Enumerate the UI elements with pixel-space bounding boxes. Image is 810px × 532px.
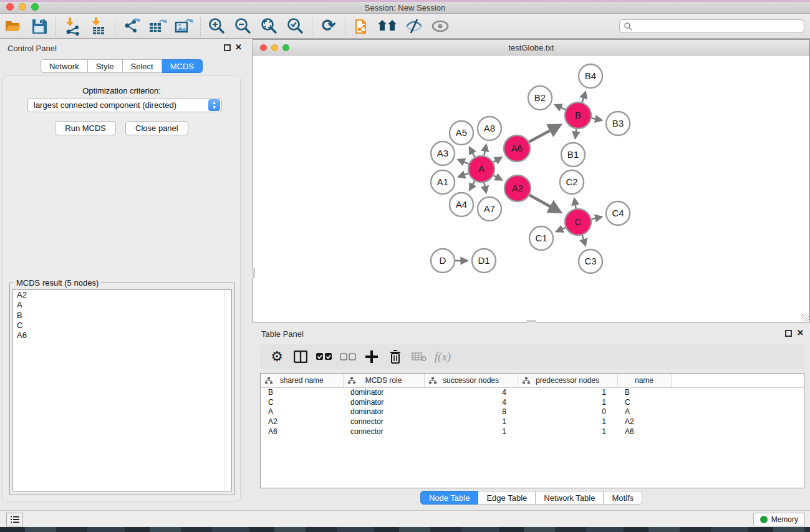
table-cell[interactable]: 1 [424, 427, 518, 437]
table-cell[interactable]: 8 [424, 407, 518, 417]
graph-edge-B-B3[interactable] [592, 118, 602, 120]
table-row[interactable]: A2connector11A2 [261, 417, 804, 427]
zoom-fit-icon[interactable] [259, 16, 280, 37]
save-session-icon[interactable] [29, 16, 50, 37]
graph-edge-A-A8[interactable] [484, 145, 486, 155]
table-row[interactable]: Bdominator41B [261, 387, 804, 397]
table-row[interactable]: Cdominator41C [261, 397, 804, 407]
table-cell[interactable]: A6 [261, 427, 343, 437]
float-panel-icon[interactable] [224, 44, 231, 51]
tab-edge-table[interactable]: Edge Table [478, 491, 536, 505]
close-window-button[interactable] [6, 3, 14, 11]
graph-edge-B-B4[interactable] [582, 92, 586, 102]
column-header-MCDS-role[interactable]: MCDS role [343, 374, 424, 387]
graph-node-B[interactable]: B [565, 102, 591, 128]
export-table-icon[interactable] [147, 16, 168, 37]
graph-edge-B-B1[interactable] [575, 129, 576, 138]
table-cell[interactable]: A [617, 407, 671, 417]
splitter-handle[interactable] [253, 268, 255, 278]
table-cell[interactable]: 4 [424, 387, 518, 397]
mcds-result-list[interactable]: A2ABCA6 [12, 289, 232, 491]
graph-edge-A-A6[interactable] [493, 157, 501, 162]
graph-node-A7[interactable]: A7 [478, 197, 501, 221]
graph-edge-A2-C[interactable] [529, 195, 560, 212]
table-row[interactable]: Adominator80A [261, 407, 804, 417]
network-canvas[interactable]: B4B2BB3A8A5A6A3B1AA1C2A2A4A7C4CC1C3DD1 [253, 56, 809, 322]
column-mode-icon[interactable] [291, 347, 310, 366]
graph-node-C4[interactable]: C4 [606, 201, 630, 225]
tab-style[interactable]: Style [88, 59, 123, 73]
graph-node-D[interactable]: D [431, 249, 455, 273]
table-cell[interactable]: 1 [518, 427, 617, 437]
graph-node-C1[interactable]: C1 [529, 226, 553, 250]
table-row[interactable]: A6connector11A6 [261, 427, 804, 437]
graph-edge-A-A4[interactable] [470, 181, 475, 190]
table-cell[interactable]: C [617, 397, 671, 407]
table-cell[interactable]: A2 [261, 417, 343, 427]
table-cell[interactable]: connector [343, 427, 424, 437]
graph-node-B4[interactable]: B4 [579, 64, 602, 88]
tab-motifs[interactable]: Motifs [604, 491, 642, 505]
tab-network-table[interactable]: Network Table [536, 491, 604, 505]
table-cell[interactable]: A2 [617, 417, 671, 427]
result-list-item[interactable]: B [13, 311, 231, 321]
select-all-icon[interactable] [315, 347, 334, 366]
column-header-name[interactable]: name [617, 374, 671, 387]
tab-select[interactable]: Select [123, 59, 162, 73]
table-cell[interactable]: 1 [424, 417, 518, 427]
graph-node-A5[interactable]: A5 [450, 121, 473, 145]
import-table-icon[interactable] [88, 16, 109, 37]
gear-icon[interactable]: ⚙ [268, 347, 286, 366]
float-panel-icon[interactable] [785, 330, 792, 337]
tab-node-table[interactable]: Node Table [420, 491, 479, 505]
result-list-item[interactable]: A6 [13, 331, 231, 341]
import-network-icon[interactable] [62, 16, 83, 37]
graph-node-C3[interactable]: C3 [579, 249, 602, 273]
hide-selected-icon[interactable] [403, 16, 425, 37]
table-cell[interactable]: B [617, 387, 671, 397]
node-table[interactable]: shared nameMCDS rolesuccessor nodesprede… [260, 373, 804, 488]
table-cell[interactable]: A [261, 407, 343, 417]
graph-edge-C-C1[interactable] [556, 228, 565, 231]
graph-edge-A-A5[interactable] [470, 147, 475, 157]
close-panel-icon[interactable]: ✕ [235, 42, 242, 52]
graph-node-A6[interactable]: A6 [504, 135, 530, 162]
graph-edge-C-C2[interactable] [574, 198, 576, 208]
resize-grip[interactable] [801, 314, 809, 321]
close-panel-button[interactable]: Close panel [125, 121, 188, 135]
graph-edge-A-A1[interactable] [458, 173, 468, 177]
column-header-successor-nodes[interactable]: successor nodes [424, 374, 518, 387]
column-header-shared-name[interactable]: shared name [261, 374, 343, 387]
delete-column-icon[interactable] [386, 347, 405, 366]
result-list-item[interactable]: C [13, 321, 231, 331]
run-mcds-button[interactable]: Run MCDS [55, 121, 116, 135]
export-image-icon[interactable] [173, 16, 195, 37]
refresh-icon[interactable]: ⟳ [318, 16, 339, 37]
graph-node-A4[interactable]: A4 [450, 193, 473, 216]
graph-node-A3[interactable]: A3 [431, 142, 455, 165]
table-cell[interactable]: 1 [518, 387, 617, 397]
graph-edge-A-A3[interactable] [458, 160, 469, 164]
graph-node-A8[interactable]: A8 [478, 117, 501, 140]
scrollbar-track[interactable] [224, 290, 231, 491]
result-list-item[interactable]: A [13, 300, 231, 310]
table-cell[interactable]: 4 [424, 397, 518, 407]
table-cell[interactable]: dominator [343, 387, 424, 397]
function-builder-icon[interactable]: f(x) [433, 347, 452, 366]
first-neighbors-icon[interactable] [377, 16, 398, 37]
memory-button[interactable]: Memory [753, 513, 805, 526]
table-cell[interactable]: A6 [617, 427, 671, 437]
graph-node-B1[interactable]: B1 [561, 143, 585, 167]
table-cell[interactable]: dominator [343, 397, 424, 407]
zoom-out-icon[interactable] [233, 16, 254, 37]
close-panel-icon[interactable]: ✕ [797, 328, 804, 337]
table-cell[interactable]: 0 [518, 407, 617, 417]
graph-node-A2[interactable]: A2 [504, 175, 531, 201]
graph-node-D1[interactable]: D1 [472, 249, 496, 273]
tab-network[interactable]: Network [41, 59, 88, 73]
graph-node-B2[interactable]: B2 [528, 86, 552, 110]
table-cell[interactable]: 1 [518, 397, 617, 407]
column-header-predecessor-nodes[interactable]: predecessor nodes [518, 374, 617, 387]
search-input[interactable] [632, 21, 804, 32]
search-field[interactable] [619, 19, 804, 33]
